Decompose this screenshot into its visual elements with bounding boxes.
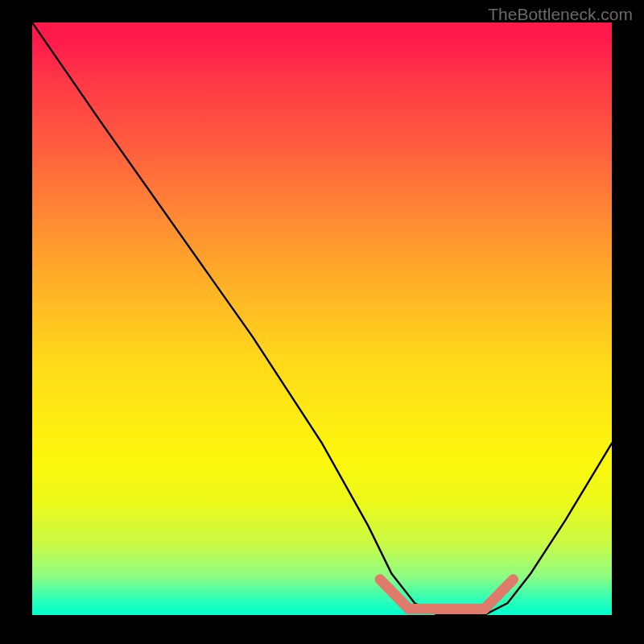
bottleneck-curve-path [32,23,612,615]
plateau-segment [380,580,409,609]
chart-svg [32,23,612,615]
chart-plot-area [32,23,612,615]
plateau-segment [485,580,514,609]
watermark-text: TheBottleneck.com [488,5,633,24]
plateau-highlight [380,580,514,609]
